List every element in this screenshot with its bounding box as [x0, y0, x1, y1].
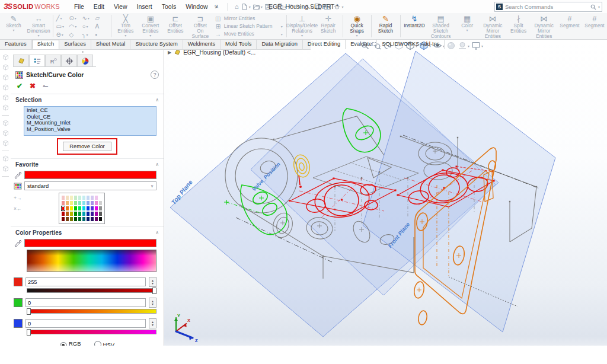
- tab-mold-tools[interactable]: Mold Tools: [221, 40, 257, 49]
- pin-menu-icon[interactable]: ✈: [212, 2, 220, 11]
- reference-cube-icon[interactable]: [2, 84, 9, 91]
- palette-swatch[interactable]: [94, 195, 98, 200]
- palette-swatch[interactable]: [69, 195, 74, 200]
- blue-spinner[interactable]: ▲▼: [149, 318, 156, 328]
- red-spinner[interactable]: ▲▼: [149, 277, 156, 287]
- palette-swatch[interactable]: [98, 195, 103, 200]
- favorite-section-header[interactable]: Favorite ∧: [11, 158, 164, 170]
- palette-swatch[interactable]: [86, 206, 90, 211]
- entity-tool-1-1[interactable]: ◠▾: [69, 22, 82, 30]
- palette-swatch[interactable]: [90, 211, 94, 216]
- reference-cube-icon[interactable]: [2, 165, 9, 173]
- tab-solidworks-add-ins[interactable]: SOLIDWORKS Add-Ins: [377, 40, 445, 49]
- ribbon-button-smart-dimension[interactable]: ↔Smart Dimension▾: [26, 13, 51, 39]
- blue-slider[interactable]: [27, 330, 156, 334]
- palette-swatch[interactable]: [69, 200, 74, 206]
- palette-swatch[interactable]: [78, 206, 82, 211]
- selection-item[interactable]: Inlet_CE: [24, 107, 156, 114]
- palette-swatch[interactable]: [69, 206, 74, 211]
- collapse-chevron-icon[interactable]: ∧: [155, 97, 159, 103]
- selection-item[interactable]: M_Mounting_Inlet: [24, 120, 156, 126]
- palette-swatch[interactable]: [65, 200, 69, 206]
- tab-weldments[interactable]: Weldments: [183, 40, 221, 49]
- chevron-down-icon[interactable]: ▾: [468, 44, 469, 48]
- entity-tool-1-0[interactable]: ▭▾: [56, 22, 69, 30]
- display-pane-icon[interactable]: [314, 3, 322, 11]
- palette-swatch[interactable]: [94, 200, 98, 206]
- ribbon-button-convert-entities[interactable]: ▣Convert Entities▾: [138, 13, 163, 39]
- palette-swatch[interactable]: [61, 216, 65, 222]
- palette-swatch[interactable]: [78, 216, 82, 222]
- tab-direct-editing[interactable]: Direct Editing: [303, 40, 346, 49]
- ribbon-button-rapid-sketch[interactable]: ✎Rapid Sketch: [373, 13, 398, 39]
- collapse-chevron-icon[interactable]: ∧: [155, 162, 159, 167]
- ribbon-button-trim-entities[interactable]: ╳Trim Entities▾: [113, 13, 138, 39]
- ribbon-button-split-entities[interactable]: ∤Split Entities: [506, 13, 531, 39]
- reference-cube-icon[interactable]: [2, 119, 9, 127]
- new-document-icon[interactable]: ▾: [241, 3, 251, 11]
- green-slider[interactable]: [27, 309, 156, 314]
- palette-swatch[interactable]: [82, 195, 86, 200]
- options-gear-icon[interactable]: ▾: [333, 3, 343, 11]
- palette-swatch[interactable]: [90, 195, 94, 200]
- chevron-down-icon[interactable]: ▾: [311, 5, 312, 9]
- redo-icon[interactable]: ↷▾: [295, 3, 303, 11]
- ribbon-button-color[interactable]: ▦Color▾: [455, 13, 480, 39]
- ribbon-button-dynamic-mirror-entities-2[interactable]: ⋈Dynamic Mirror Entities: [531, 13, 557, 39]
- search-icon[interactable]: [590, 4, 596, 10]
- color-properties-section-header[interactable]: Color Properties ∧: [11, 226, 164, 238]
- search-input[interactable]: Search Commands: [505, 4, 590, 10]
- help-icon[interactable]: ?: [151, 71, 159, 79]
- pin-icon[interactable]: ⊸: [43, 82, 48, 90]
- undo-icon[interactable]: ↶: [288, 3, 293, 11]
- palette-swatch[interactable]: [78, 211, 82, 216]
- palette-swatch[interactable]: [74, 206, 78, 211]
- collapse-chevron-icon[interactable]: ∧: [155, 230, 159, 235]
- reference-cube-icon[interactable]: [2, 53, 9, 61]
- red-value-input[interactable]: 255: [25, 277, 146, 286]
- save-icon[interactable]: ▾: [264, 3, 274, 11]
- palette-swatch[interactable]: [65, 216, 69, 222]
- panel-handle[interactable]: [82, 51, 84, 53]
- tab-evaluate[interactable]: Evaluate: [346, 40, 377, 49]
- palette-swatch[interactable]: [98, 211, 103, 216]
- open-icon[interactable]: ▾: [253, 3, 263, 11]
- tab-data-migration[interactable]: Data Migration: [257, 40, 302, 49]
- palette-swatch[interactable]: [82, 216, 86, 222]
- ribbon-button-segment-1[interactable]: #Segment: [557, 13, 582, 39]
- reference-cube-icon[interactable]: [2, 129, 9, 137]
- dimxpertmanager-tab[interactable]: [61, 55, 77, 66]
- palette-swatch[interactable]: [61, 206, 65, 211]
- entity-tool-2-1[interactable]: ◇: [69, 30, 82, 39]
- chevron-down-icon[interactable]: ▾: [481, 44, 483, 48]
- palette-swatch[interactable]: [74, 216, 78, 222]
- entity-tool-1-2[interactable]: ○▾: [82, 22, 95, 30]
- palette-swatch[interactable]: [94, 206, 98, 211]
- palette-swatch[interactable]: [94, 216, 98, 222]
- ribbon-button-repair-sketch[interactable]: ✛Repair Sketch: [316, 13, 341, 39]
- palette-swatch[interactable]: [82, 211, 86, 216]
- selection-item[interactable]: Oulet_CE: [24, 114, 156, 120]
- ribbon-button-quick-snaps[interactable]: ◉Quick Snaps▾: [344, 13, 369, 39]
- entity-tool-1-3[interactable]: A: [95, 22, 108, 30]
- search-chevron-icon[interactable]: ▾: [598, 5, 600, 9]
- selection-item[interactable]: M_Position_Valve: [24, 126, 156, 133]
- reference-cube-icon[interactable]: [2, 94, 9, 101]
- tab-structure-system[interactable]: Structure System: [130, 40, 183, 49]
- chevron-down-icon[interactable]: ▾: [341, 5, 343, 9]
- palette-swatch[interactable]: [74, 211, 78, 216]
- entity-tool-0-1[interactable]: ⊙▾: [69, 14, 82, 22]
- menu-file[interactable]: File: [69, 1, 89, 12]
- menu-tools[interactable]: Tools: [157, 1, 181, 12]
- palette-swatch[interactable]: [86, 211, 90, 216]
- search-commands-box[interactable]: S Search Commands ▾: [494, 2, 602, 12]
- chevron-down-icon[interactable]: ▾: [301, 5, 303, 9]
- palette-swatch[interactable]: [74, 195, 78, 200]
- entity-tool-0-0[interactable]: ╱▾: [56, 14, 69, 22]
- entity-tool-0-2[interactable]: ∿▾: [82, 14, 95, 22]
- color-spectrum[interactable]: [27, 250, 156, 272]
- tab-features[interactable]: Features: [0, 40, 32, 49]
- remove-color-button[interactable]: Remove Color: [63, 142, 111, 151]
- palette-swatch[interactable]: [69, 216, 74, 222]
- chevron-down-icon[interactable]: ▾: [285, 5, 286, 9]
